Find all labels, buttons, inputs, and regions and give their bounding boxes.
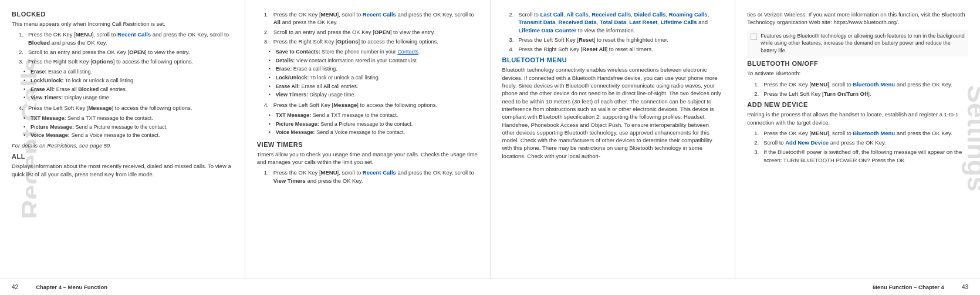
all-steps: 1. Press the OK Key [MENU], scroll to Re… (264, 11, 478, 45)
add-device-step3: 3. If the Bluetooth® power is switched o… (754, 148, 968, 164)
blocked-opt-voice: •Voice Message: Send a Voice message to … (23, 132, 233, 139)
footer-page-num-left: 42 (12, 284, 18, 290)
blocked-opt-erase: •Erase: Erase a call listing. (23, 68, 233, 76)
all-opt-viewtimers: •View Timers: Display usage time. (269, 91, 478, 99)
blocked-opt-eraseall: •Erase All: Erase all Blocked call entri… (23, 86, 233, 93)
footer-chapter-left: Chapter 4 – Menu Function (36, 284, 107, 290)
bt-onoff-steps: 1. Press the OK Key [MENU], scroll to Bl… (754, 81, 968, 98)
all-intro: Displays information about the most rece… (12, 162, 233, 178)
all-step3: 3. Press the Right Soft Key [Options] to… (264, 38, 478, 45)
all-opt-details: •Details: View contact information store… (269, 57, 478, 65)
note-icon: □ (751, 31, 757, 55)
add-device-step2: 2. Scroll to Add New Device and press th… (754, 139, 968, 146)
blocked-title: BLOCKED (12, 11, 233, 18)
blocked-steps: 1. Press the OK Key [MENU], scroll to Re… (19, 31, 233, 65)
page-mid-left: 1. Press the OK Key [MENU], scroll to Re… (245, 0, 491, 279)
footer-right: Menu Function – Chapter 4 43 (873, 284, 968, 290)
viewtimers-step3: 3. Press the Left Soft Key [Reset] to re… (509, 36, 724, 43)
blocked-opt-pic: •Picture Message: Send a Picture message… (23, 123, 233, 131)
note-box: □ Features using Bluetooth technology or… (747, 30, 968, 57)
all-step2: 2. Scroll to an entry and press the OK K… (264, 28, 478, 36)
viewtimers-step2: 2. Scroll to Last Call, All Calls, Recei… (509, 11, 724, 34)
viewtimers-title: VIEW TIMERS (257, 141, 478, 148)
blocked-options-4: •TXT Message: Send a TXT message to the … (23, 115, 233, 139)
all-opt-voice: •Voice Message: Send a Voice message to … (269, 129, 478, 136)
viewtimers-step1: 1. Press the OK Key [MENU], scroll to Re… (264, 169, 478, 185)
all-opt-lockunlock: •Lock/Unlock: To lock or unlock a call l… (269, 74, 478, 82)
all-options-3: •Save to Contacts: Store the phone numbe… (269, 48, 478, 99)
blocked-opt-lockunlock: •Lock/Unlock: To lock or unlock a call l… (23, 77, 233, 85)
page-container: Recent Calls Settings BLOCKED This menu … (0, 0, 980, 295)
all-opt-erase: •Erase: Erase a call listing. (269, 65, 478, 73)
all-step1: 1. Press the OK Key [MENU], scroll to Re… (264, 11, 478, 26)
blocked-step1: 1. Press the OK Key [MENU], scroll to Re… (19, 31, 233, 46)
page-mid-right: 2. Scroll to Last Call, All Calls, Recei… (491, 0, 736, 279)
bluetooth-menu-title: BLUETOOTH MENU (502, 56, 724, 63)
viewtimers-step4: 4. Press the Right Soft Key [Reset All] … (509, 45, 724, 53)
blocked-options-3: •Erase: Erase a call listing. •Lock/Unlo… (23, 68, 233, 101)
footer-page-num-right: 43 (962, 284, 968, 290)
main-content: BLOCKED This menu appears only when Inco… (0, 0, 980, 295)
bt-onoff-intro: To activate Bluetooth: (747, 69, 968, 77)
footer-chapter-right: Menu Function – Chapter 4 (873, 284, 944, 290)
pages-row: BLOCKED This menu appears only when Inco… (0, 0, 980, 279)
all-opt-txt: •TXT Message: Send a TXT message to the … (269, 112, 478, 119)
blocked-opt-txt: •TXT Message: Send a TXT message to the … (23, 115, 233, 122)
all-step4: 4. Press the Left Soft Key [Message] to … (264, 101, 478, 109)
note-text: Features using Bluetooth technology or a… (761, 32, 965, 55)
blocked-step4: 4. Press the Left Soft Key [Message] to … (19, 104, 233, 112)
blocked-step3: 3. Press the Right Soft Key [Options] to… (19, 58, 233, 65)
bt-onoff-step2: 2. Press the Left Soft Key [Turn On/Turn… (754, 90, 968, 98)
bluetooth-menu-body: Bluetooth technology connectivity enable… (502, 66, 724, 160)
viewtimers-steps: 1. Press the OK Key [MENU], scroll to Re… (264, 169, 478, 185)
blocked-step2: 2. Scroll to an entry and press the OK K… (19, 48, 233, 56)
blocked-opt-viewtimers: •View Timers: Display usage time. (23, 94, 233, 102)
blocked-step4-list: 4. Press the Left Soft Key [Message] to … (19, 104, 233, 112)
all-step4-list: 4. Press the Left Soft Key [Message] to … (264, 101, 478, 109)
add-device-steps: 1. Press the OK Key [MENU], scroll to Bl… (754, 129, 968, 164)
add-device-intro: Pairing is the process that allows the h… (747, 110, 968, 126)
add-device-step1: 1. Press the OK Key [MENU], scroll to Bl… (754, 129, 968, 137)
blocked-footnote: For details on Restrictions, see page 59… (12, 142, 233, 149)
all-title: ALL (12, 153, 233, 160)
bt-onoff-step1: 1. Press the OK Key [MENU], scroll to Bl… (754, 81, 968, 88)
footer-bar: 42 Chapter 4 – Menu Function Menu Functi… (0, 279, 980, 295)
bt-onoff-title: BLUETOOTH ON/OFF (747, 60, 968, 67)
bluetooth-continued: ties or Verizon Wireless. If you want mo… (747, 11, 968, 26)
all-opt-pic: •Picture Message: Send a Picture message… (269, 120, 478, 128)
add-device-title: ADD NEW DEVICE (747, 101, 968, 108)
page-right: ties or Verizon Wireless. If you want mo… (735, 0, 980, 279)
all-opt-savecontacts: •Save to Contacts: Store the phone numbe… (269, 48, 478, 56)
all-opt-eraseall: •Erase All: Erase all All call entries. (269, 83, 478, 90)
viewtimers-intro: Timers allow you to check you usage time… (257, 150, 478, 166)
blocked-intro: This menu appears only when Incoming Cal… (12, 20, 233, 28)
page-left: BLOCKED This menu appears only when Inco… (0, 0, 245, 279)
footer-left: 42 Chapter 4 – Menu Function (12, 284, 107, 290)
all-options-4: •TXT Message: Send a TXT message to the … (269, 112, 478, 136)
viewtimers-cont-steps: 2. Scroll to Last Call, All Calls, Recei… (509, 11, 724, 53)
